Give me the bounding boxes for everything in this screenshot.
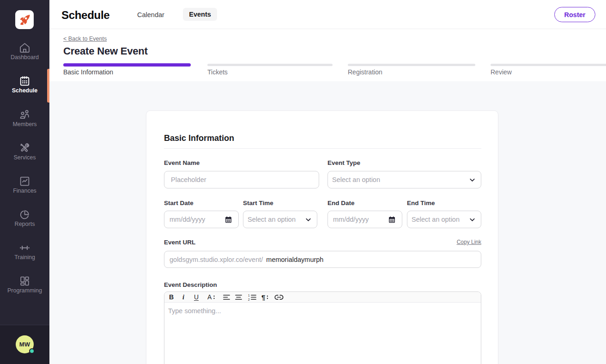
svg-text:A: A [207, 293, 212, 301]
svg-text:2: 2 [248, 298, 250, 301]
svg-text:i: i [182, 293, 184, 301]
svg-text:¶: ¶ [261, 293, 265, 301]
svg-text:U: U [194, 293, 199, 301]
svg-text:1: 1 [248, 294, 250, 297]
svg-text:B: B [169, 293, 174, 301]
